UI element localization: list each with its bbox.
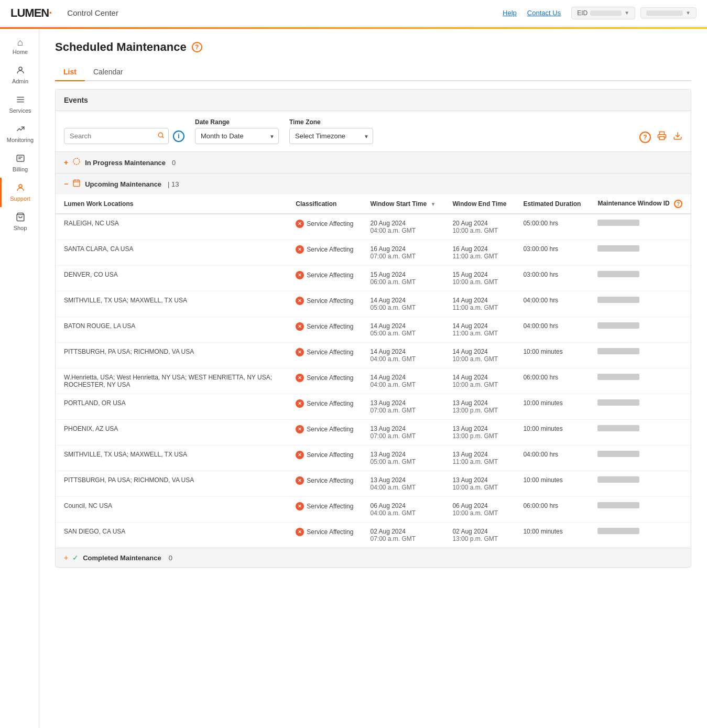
sidebar-label-support: Support <box>10 195 30 202</box>
cell-location: PITTSBURGH, PA USA; RICHMOND, VA USA <box>56 343 287 368</box>
cell-window-end: 14 Aug 202411:00 a.m. GMT <box>444 291 515 317</box>
filter-help-icon[interactable]: ? <box>639 132 651 143</box>
sidebar-label-shop: Shop <box>14 225 27 231</box>
cell-window-end: 13 Aug 202413:00 p.m. GMT <box>444 420 515 446</box>
cell-maintenance-id <box>589 471 691 497</box>
download-icon[interactable] <box>673 131 682 143</box>
cell-maintenance-id <box>589 266 691 291</box>
date-range-filter: Date Range Month to Date Last 7 Days Las… <box>195 118 279 144</box>
classification-label: Service Affecting <box>307 271 353 279</box>
table-row: DENVER, CO USA ✕ Service Affecting 15 Au… <box>56 266 691 291</box>
table-row: SANTA CLARA, CA USA ✕ Service Affecting … <box>56 240 691 266</box>
classification-label: Service Affecting <box>307 503 353 510</box>
cell-window-start: 13 Aug 202407:00 a.m. GMT <box>362 394 444 420</box>
sidebar-item-home[interactable]: ⌂ Home <box>0 32 39 60</box>
classification-label: Service Affecting <box>307 400 353 407</box>
billing-icon <box>16 154 25 165</box>
maintenance-id-value <box>597 476 639 483</box>
col-header-duration: Estimated Duration <box>515 194 589 214</box>
events-header: Events <box>56 90 691 111</box>
search-button[interactable] <box>157 132 165 140</box>
cell-window-start: 13 Aug 202404:00 a.m. GMT <box>362 471 444 497</box>
cell-window-start: 02 Aug 202407:00 a.m. GMT <box>362 523 444 548</box>
eid-section: EID ▼ ▼ <box>571 7 697 19</box>
cell-classification: ✕ Service Affecting <box>287 291 362 317</box>
cell-duration: 04:00:00 hrs <box>515 291 589 317</box>
table-row: BATON ROUGE, LA USA ✕ Service Affecting … <box>56 317 691 343</box>
service-affecting-icon: ✕ <box>296 297 304 305</box>
service-affecting-icon: ✕ <box>296 425 304 433</box>
eid-badge[interactable]: EID ▼ <box>571 7 635 19</box>
search-input[interactable] <box>64 128 169 144</box>
cell-location: DENVER, CO USA <box>56 266 287 291</box>
cell-classification: ✕ Service Affecting <box>287 214 362 240</box>
cell-duration: 10:00 minutes <box>515 343 589 368</box>
table-row: PITTSBURGH, PA USA; RICHMOND, VA USA ✕ S… <box>56 343 691 368</box>
cell-window-end: 20 Aug 202410:00 a.m. GMT <box>444 214 515 240</box>
cell-window-start: 13 Aug 202405:00 a.m. GMT <box>362 446 444 471</box>
cell-window-start: 14 Aug 202405:00 a.m. GMT <box>362 291 444 317</box>
admin-icon <box>16 66 25 77</box>
help-link[interactable]: Help <box>503 9 517 17</box>
maintenance-id-value <box>597 245 639 252</box>
classification-label: Service Affecting <box>307 477 353 484</box>
cell-maintenance-id <box>589 446 691 471</box>
sidebar-item-admin[interactable]: Admin <box>0 60 39 90</box>
page-help-icon[interactable]: ? <box>192 42 202 52</box>
upcoming-header[interactable]: − Upcoming Maintenance | 13 <box>56 173 691 194</box>
classification-label: Service Affecting <box>307 220 353 227</box>
cell-window-end: 02 Aug 202413:00 p.m. GMT <box>444 523 515 548</box>
upcoming-calendar-icon <box>72 179 81 189</box>
service-affecting-icon: ✕ <box>296 528 304 536</box>
timezone-select[interactable]: Select Timezone UTC GMT EST PST CST <box>289 128 373 144</box>
sidebar-item-services[interactable]: Services <box>0 90 39 119</box>
cell-duration: 10:00 minutes <box>515 471 589 497</box>
cell-window-end: 13 Aug 202413:00 p.m. GMT <box>444 394 515 420</box>
col-header-location: Lumen Work Locations <box>56 194 287 214</box>
table-row: PORTLAND, OR USA ✕ Service Affecting 13 … <box>56 394 691 420</box>
service-affecting-icon: ✕ <box>296 399 304 408</box>
col-header-window-end: Window End Time <box>444 194 515 214</box>
view-tabs: List Calendar <box>55 63 691 81</box>
table-header: Lumen Work Locations Classification Wind… <box>56 194 691 214</box>
sidebar-item-shop[interactable]: Shop <box>0 207 39 236</box>
cell-location: BATON ROUGE, LA USA <box>56 317 287 343</box>
user-value <box>646 10 683 16</box>
eid-value <box>590 10 622 16</box>
completed-group-header[interactable]: + ✓ Completed Maintenance 0 <box>56 548 691 567</box>
shop-icon <box>16 212 25 223</box>
cell-maintenance-id <box>589 214 691 240</box>
eid-chevron-icon: ▼ <box>624 10 629 16</box>
user-badge[interactable]: ▼ <box>640 7 697 18</box>
cell-maintenance-id <box>589 394 691 420</box>
service-affecting-icon: ✕ <box>296 220 304 228</box>
cell-location: SMITHVILLE, TX USA; MAXWELL, TX USA <box>56 291 287 317</box>
maintenance-id-value <box>597 220 639 226</box>
cell-classification: ✕ Service Affecting <box>287 240 362 266</box>
cell-window-end: 13 Aug 202411:00 a.m. GMT <box>444 446 515 471</box>
contact-us-link[interactable]: Contact Us <box>527 9 561 17</box>
cell-maintenance-id <box>589 317 691 343</box>
in-progress-header[interactable]: + In Progress Maintenance 0 <box>56 152 691 173</box>
cell-window-start: 16 Aug 202407:00 a.m. GMT <box>362 240 444 266</box>
in-progress-title: In Progress Maintenance <box>85 159 166 167</box>
cell-window-end: 13 Aug 202410:00 a.m. GMT <box>444 471 515 497</box>
date-range-select[interactable]: Month to Date Last 7 Days Last 30 Days C… <box>195 128 279 144</box>
col-header-classification: Classification <box>287 194 362 214</box>
service-affecting-icon: ✕ <box>296 348 304 356</box>
sidebar-item-monitoring[interactable]: Monitoring <box>0 119 39 148</box>
sidebar-item-support[interactable]: Support <box>0 178 39 207</box>
cell-window-end: 06 Aug 202410:00 a.m. GMT <box>444 497 515 523</box>
tab-list[interactable]: List <box>55 63 85 81</box>
service-affecting-icon: ✕ <box>296 245 304 254</box>
sidebar-label-admin: Admin <box>12 78 28 84</box>
timezone-filter: Time Zone Select Timezone UTC GMT EST PS… <box>289 118 373 144</box>
search-wrapper <box>64 128 169 144</box>
cell-location: SMITHVILLE, TX USA; MAXWELL, TX USA <box>56 446 287 471</box>
maintenance-id-help-icon[interactable]: ? <box>674 200 682 208</box>
print-icon[interactable] <box>657 131 667 143</box>
search-info-icon[interactable]: i <box>173 131 184 142</box>
sidebar-item-billing[interactable]: Billing <box>0 148 39 178</box>
col-header-window-start[interactable]: Window Start Time ▼ <box>362 194 444 214</box>
tab-calendar[interactable]: Calendar <box>85 63 132 81</box>
